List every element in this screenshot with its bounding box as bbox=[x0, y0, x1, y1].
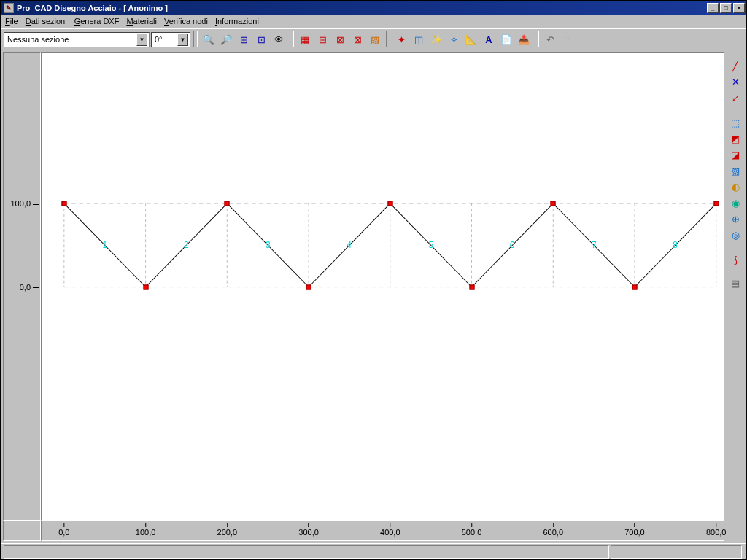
close-button[interactable]: × bbox=[733, 3, 745, 13]
member-label: 1 bbox=[103, 240, 108, 250]
x-tick-label: 400,0 bbox=[380, 523, 400, 537]
dimension-icon[interactable]: 📐 bbox=[463, 31, 479, 47]
grid-x-icon[interactable]: ⊟ bbox=[314, 31, 330, 47]
toolbar-divider bbox=[290, 31, 294, 47]
menu-materiali[interactable]: Materiali bbox=[126, 17, 157, 26]
structure-node[interactable] bbox=[551, 201, 556, 206]
zoom-window-icon[interactable]: ⊞ bbox=[236, 31, 252, 47]
grid-delete2-icon[interactable]: ⊠ bbox=[349, 31, 365, 47]
member-label: 2 bbox=[184, 240, 189, 250]
menu-verifica-nodi[interactable]: Verifica nodi bbox=[164, 17, 208, 26]
x-tick-label: 0,0 bbox=[58, 523, 69, 537]
structure-node[interactable] bbox=[225, 201, 230, 206]
x-tick-label: 800,0 bbox=[706, 523, 727, 537]
zoom-extents-icon[interactable]: ⊡ bbox=[253, 31, 269, 47]
grid-icon[interactable]: ▦ bbox=[297, 31, 313, 47]
arc-tool-icon[interactable]: ⟆ bbox=[728, 252, 743, 267]
dropdown-arrow-icon[interactable]: ▼ bbox=[177, 34, 188, 46]
drawing-canvas[interactable]: 12345678 bbox=[41, 52, 724, 521]
zoom-in-icon[interactable]: 🔍 bbox=[201, 31, 217, 47]
member-label: 5 bbox=[429, 240, 434, 250]
menu-file[interactable]: File bbox=[5, 17, 18, 26]
app-icon: ✎ bbox=[4, 3, 14, 13]
grid-pattern-icon[interactable]: ▨ bbox=[367, 31, 383, 47]
wand2-icon[interactable]: ✧ bbox=[446, 31, 462, 47]
redo-icon[interactable]: ↷ bbox=[560, 31, 576, 47]
axis-corner bbox=[3, 521, 41, 541]
x-tick-label: 700,0 bbox=[624, 523, 645, 537]
dimension-tool-icon[interactable]: ⤢ bbox=[728, 90, 743, 105]
structure-node[interactable] bbox=[387, 201, 392, 206]
x-tick-label: 200,0 bbox=[217, 523, 238, 537]
canvas-area: 100,00,0 12345678 0,0100,0200,0300,0400,… bbox=[3, 52, 724, 541]
ortho-icon[interactable]: ◫ bbox=[411, 31, 427, 47]
text-icon[interactable]: A bbox=[481, 31, 497, 47]
window-title: Pro_CAD Disegno Acciaio - [ Anonimo ] bbox=[17, 4, 168, 12]
member-label: 4 bbox=[347, 240, 352, 250]
x-axis-ruler: 0,0100,0200,0300,0400,0500,0600,0700,080… bbox=[41, 521, 724, 541]
member-label: 7 bbox=[592, 240, 597, 250]
x-tick-label: 100,0 bbox=[136, 523, 156, 537]
shape5-icon[interactable]: ◐ bbox=[728, 179, 743, 194]
menu-genera-dxf[interactable]: Genera DXF bbox=[74, 17, 120, 26]
toolbar-divider bbox=[386, 31, 390, 47]
maximize-button[interactable]: □ bbox=[720, 3, 732, 13]
undo-icon[interactable]: ↶ bbox=[542, 31, 558, 47]
structure-node[interactable] bbox=[306, 284, 311, 289]
section-dropdown-value: Nessuna sezione bbox=[7, 35, 135, 44]
angle-dropdown-value: 0° bbox=[155, 35, 176, 44]
member-label: 8 bbox=[673, 240, 678, 250]
structure-node[interactable] bbox=[61, 201, 66, 206]
layers-icon[interactable]: ▤ bbox=[728, 276, 743, 290]
delete-tool-icon[interactable]: ✕ bbox=[728, 74, 743, 89]
status-cell bbox=[4, 545, 609, 559]
app-window: ✎ Pro_CAD Disegno Acciaio - [ Anonimo ] … bbox=[0, 0, 747, 560]
x-tick-label: 300,0 bbox=[298, 523, 319, 537]
shape6-icon[interactable]: ◉ bbox=[728, 195, 743, 210]
shape1-icon[interactable]: ⬚ bbox=[728, 115, 743, 130]
menu-informazioni[interactable]: Informazioni bbox=[215, 17, 259, 26]
main-area: 100,00,0 12345678 0,0100,0200,0300,0400,… bbox=[1, 50, 746, 543]
grid-delete-icon[interactable]: ⊠ bbox=[332, 31, 348, 47]
pan-icon[interactable]: 👁 bbox=[271, 31, 287, 47]
section-dropdown[interactable]: Nessuna sezione ▼ bbox=[4, 32, 150, 47]
x-tick-label: 500,0 bbox=[462, 523, 482, 537]
copy-icon[interactable]: 📄 bbox=[498, 31, 514, 47]
y-axis-ruler: 100,00,0 bbox=[3, 52, 41, 521]
dropdown-arrow-icon[interactable]: ▼ bbox=[136, 34, 147, 46]
shape8-icon[interactable]: ◎ bbox=[728, 228, 743, 242]
menu-dati-sezioni[interactable]: Dati sezioni bbox=[26, 17, 67, 26]
y-tick-label: 100,0 bbox=[10, 199, 39, 208]
snap-icon[interactable]: ✦ bbox=[393, 31, 409, 47]
magic-wand-icon[interactable]: ✨ bbox=[428, 31, 444, 47]
zoom-out-icon[interactable]: 🔎 bbox=[218, 31, 234, 47]
structure-node[interactable] bbox=[713, 201, 719, 206]
status-cell-2 bbox=[611, 545, 742, 559]
angle-dropdown[interactable]: 0° ▼ bbox=[151, 32, 190, 47]
menubar: File Dati sezioni Genera DXF Materiali V… bbox=[1, 15, 746, 28]
shape7-icon[interactable]: ⊕ bbox=[728, 211, 743, 226]
line-tool-icon[interactable]: ╱ bbox=[728, 58, 743, 73]
toolbar: Nessuna sezione ▼ 0° ▼ 🔍 🔎 ⊞ ⊡ 👁 ▦ ⊟ ⊠ ⊠… bbox=[1, 28, 746, 50]
shape2-icon[interactable]: ◩ bbox=[728, 131, 743, 146]
structure-node[interactable] bbox=[143, 284, 148, 289]
minimize-button[interactable]: _ bbox=[707, 3, 719, 13]
toolbar-divider bbox=[535, 31, 539, 47]
structure-node[interactable] bbox=[469, 284, 474, 289]
titlebar[interactable]: ✎ Pro_CAD Disegno Acciaio - [ Anonimo ] … bbox=[1, 1, 746, 15]
structure-node[interactable] bbox=[632, 284, 637, 289]
member-label: 3 bbox=[266, 240, 271, 250]
shape4-icon[interactable]: ▧ bbox=[728, 163, 743, 178]
right-toolbar: ╱ ✕ ⤢ ⬚ ◩ ◪ ▧ ◐ ◉ ⊕ ◎ ⟆ ▤ bbox=[727, 52, 744, 541]
statusbar bbox=[1, 543, 746, 559]
member-label: 6 bbox=[510, 240, 515, 250]
export-icon[interactable]: 📤 bbox=[516, 31, 532, 47]
y-tick-label: 0,0 bbox=[20, 283, 39, 292]
toolbar-divider bbox=[193, 31, 198, 47]
x-tick-label: 600,0 bbox=[543, 523, 563, 537]
shape3-icon[interactable]: ◪ bbox=[728, 147, 743, 162]
